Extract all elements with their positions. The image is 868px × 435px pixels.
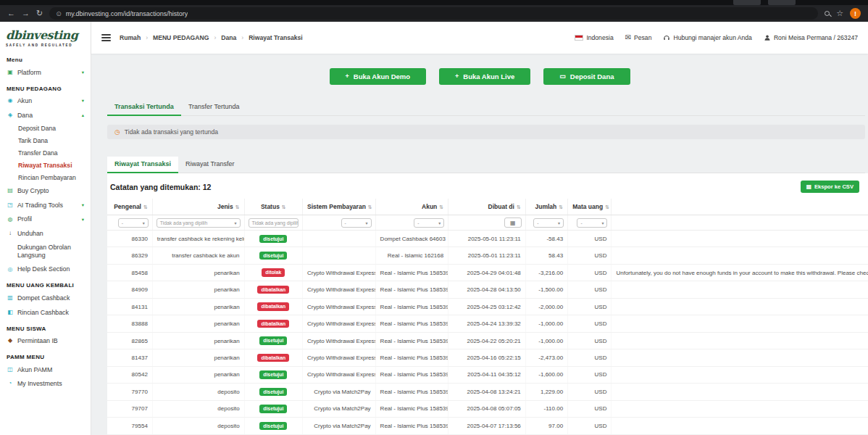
profile-avatar[interactable]: !	[850, 8, 861, 19]
cart-icon: ▤	[7, 188, 14, 194]
pending-tabs: Transaksi TertundaTransfer Tertunda	[107, 99, 865, 116]
cell-account: Real - Islamic Plus 158539	[375, 366, 448, 383]
sidebar-item-dukungan-obrolan-langsung[interactable]: Dukungan Obrolan Langsung	[7, 241, 84, 262]
tab-transfer-tertunda[interactable]: Transfer Tertunda	[181, 99, 247, 115]
tab-transaksi-tertunda[interactable]: Transaksi Tertunda	[107, 99, 181, 116]
breadcrumb-menu-pedagang[interactable]: MENU PEDAGANG	[153, 34, 209, 41]
filter-select-pengenal[interactable]: -▾	[118, 218, 149, 228]
column-header-pengenal[interactable]: Pengenal⇅	[107, 199, 152, 215]
tab-riwayat-transaksi[interactable]: Riwayat Transaksi	[107, 157, 178, 173]
zoom-icon[interactable]	[825, 11, 830, 16]
button-label: Deposit Dana	[570, 72, 614, 80]
cell-id: 82865	[107, 332, 152, 349]
cell-currency: USD	[568, 366, 612, 383]
cell-reason	[612, 247, 868, 264]
column-header-jenis[interactable]: Jenis⇅	[152, 199, 244, 215]
sidebar-item-ai-trading-tools[interactable]: ◳AI Trading Tools▾	[7, 198, 84, 212]
breadcrumb-dana[interactable]: Dana	[221, 34, 236, 41]
sidebar-item-platform[interactable]: ▣Platform▾	[7, 65, 84, 80]
sidebar-item-rincian-pembayaran[interactable]: Rincian Pembayaran	[7, 172, 84, 184]
sidebar-item-label: Help Desk Section	[17, 265, 70, 273]
filter-cell-jumlah: -▾	[525, 215, 567, 231]
filter-cell-mata-uang: -▾	[568, 215, 612, 231]
filter-value: -	[417, 220, 419, 225]
sidebar-item-permintaan-ib[interactable]: ◆Permintaan IB	[7, 334, 84, 349]
logo[interactable]: dbinvesting SAFELY AND REGULATED	[0, 22, 91, 49]
sidebar-item-label: Akun PAMM	[17, 366, 52, 374]
browser-chrome: ← → ↻ ⊙ my.dbinvesting.com/id/transactio…	[0, 0, 868, 22]
header-meta: Indonesia ✉ Pesan Hubungi manajer akun A…	[575, 34, 858, 41]
user-menu[interactable]: Roni Meisa Permana / 263247	[764, 34, 858, 41]
filter-select-jenis[interactable]: Tidak ada yang dipilih▾	[157, 218, 241, 228]
sidebar-item-tarik-dana[interactable]: Tarik Dana	[7, 135, 84, 147]
cell-status: dibatalkan	[244, 349, 302, 366]
cell-status: disetujui	[244, 366, 302, 383]
column-header-jumlah[interactable]: Jumlah⇅	[525, 199, 567, 215]
sidebar-item-unduhan[interactable]: ↓Unduhan	[7, 226, 84, 241]
cell-created: 2025-04-24 13:39:32	[448, 315, 526, 332]
cell-account: Real - Islamic Plus 158539	[375, 264, 448, 281]
sidebar-section-menu-pedagang: MENU PEDAGANG	[7, 86, 84, 92]
content: Rumah › MENU PEDAGANG › Dana › Riwayat T…	[91, 22, 868, 435]
sidebar-item-rincian-cashback[interactable]: ◧Rincian Cashback	[7, 305, 84, 320]
tab-riwayat-transfer[interactable]: Riwayat Transfer	[178, 157, 242, 173]
sidebar-item-profil[interactable]: ◍Profil▾	[7, 212, 84, 227]
cell-account: Real - Islamic Plus 158539	[375, 418, 448, 434]
sidebar-item-akun[interactable]: ◉Akun▾	[7, 94, 84, 109]
sidebar-item-dana[interactable]: ◈Dana▴	[7, 108, 84, 123]
table-row: 83888penarikandibatalkanCrypto Withdrawa…	[107, 315, 868, 332]
messages-link[interactable]: ✉ Pesan	[625, 34, 652, 41]
sidebar-item-deposit-dana[interactable]: Deposit Dana	[7, 123, 84, 135]
contact-manager-link[interactable]: Hubungi manajer akun Anda	[663, 34, 751, 41]
ai-tools-icon: ◳	[7, 202, 14, 208]
sidebar-item-buy-crypto[interactable]: ▤Buy Crypto	[7, 184, 84, 199]
column-header-alasan[interactable]: Alasan	[612, 199, 868, 215]
language-selector[interactable]: Indonesia	[575, 34, 613, 41]
filter-select-status[interactable]: Tidak ada yang dipilih▾	[249, 218, 299, 228]
cell-system	[303, 231, 376, 247]
column-header-status[interactable]: Status⇅	[244, 199, 302, 215]
chevron-down-icon: ▾	[558, 220, 560, 225]
column-header-dibuat-di[interactable]: Dibuat di⇅	[448, 199, 526, 215]
breadcrumb-home[interactable]: Rumah	[120, 34, 141, 41]
bookmark-star-icon[interactable]: ☆	[836, 9, 843, 17]
column-label: Mata uang	[572, 203, 603, 210]
logo-tagline: SAFELY AND REGULATED	[6, 44, 85, 47]
sidebar-item-riwayat-transaksi[interactable]: Riwayat Transaksi	[7, 160, 84, 172]
open-demo-account-button[interactable]: +Buka Akun Demo	[330, 68, 427, 85]
deposit-funds-button[interactable]: ▭Deposit Dana	[543, 68, 630, 85]
cell-created: 2025-05-01 11:23:11	[448, 231, 526, 247]
sidebar-item-akun-pamm[interactable]: ◫Akun PAMM	[7, 362, 84, 377]
refresh-icon[interactable]: ↻	[36, 9, 43, 17]
column-label: Akun	[422, 203, 437, 210]
address-bar[interactable]: ⊙ my.dbinvesting.com/id/transactions/his…	[49, 7, 818, 20]
filter-cell-dibuat-di: ▦	[448, 215, 526, 231]
filter-select-sistem-pembayaran[interactable]: -▾	[341, 218, 372, 228]
filter-date-dibuat-di[interactable]: ▦	[504, 218, 522, 228]
filter-select-akun[interactable]: -▾	[414, 218, 444, 228]
window-controls-artifact	[768, 0, 796, 5]
column-header-sistem-pembayaran[interactable]: Sistem Pembayaran⇅	[303, 199, 376, 215]
chevron-down-icon: ▾	[143, 220, 145, 225]
sidebar-item-help-desk-section[interactable]: ◎Help Desk Section	[7, 262, 84, 277]
breadcrumb-separator: ›	[146, 34, 148, 41]
export-csv-button[interactable]: ▤ Ekspor ke CSV	[801, 181, 859, 193]
cell-type: transfer cashback ke rekening keluar	[152, 231, 244, 247]
cell-created: 2025-05-01 11:23:11	[448, 247, 526, 264]
chevron-down-icon: ▾	[366, 220, 368, 225]
sidebar-item-my-investments[interactable]: ◔My Investments	[7, 377, 84, 392]
download-icon: ↓	[7, 231, 14, 236]
back-icon[interactable]: ←	[7, 9, 15, 17]
cell-system: Crypto Withdrawal Express	[303, 315, 376, 332]
column-header-akun[interactable]: Akun⇅	[375, 199, 448, 215]
open-live-account-button[interactable]: +Buka Akun Live	[439, 68, 530, 85]
sidebar-item-transfer-dana[interactable]: Transfer Dana	[7, 147, 84, 160]
filter-select-jumlah[interactable]: -▾	[533, 218, 564, 228]
forward-icon[interactable]: →	[22, 9, 30, 17]
sidebar-item-dompet-cashback[interactable]: ▥Dompet Cashback	[7, 291, 84, 305]
column-header-mata-uang[interactable]: Mata uang⇅	[568, 199, 612, 215]
filter-select-mata-uang[interactable]: -▾	[577, 218, 607, 228]
table-header-row: Pengenal⇅Jenis⇅Status⇅Sistem Pembayaran⇅…	[107, 199, 868, 215]
site-info-icon[interactable]: ⊙	[56, 10, 62, 17]
menu-toggle-icon[interactable]	[101, 34, 111, 41]
